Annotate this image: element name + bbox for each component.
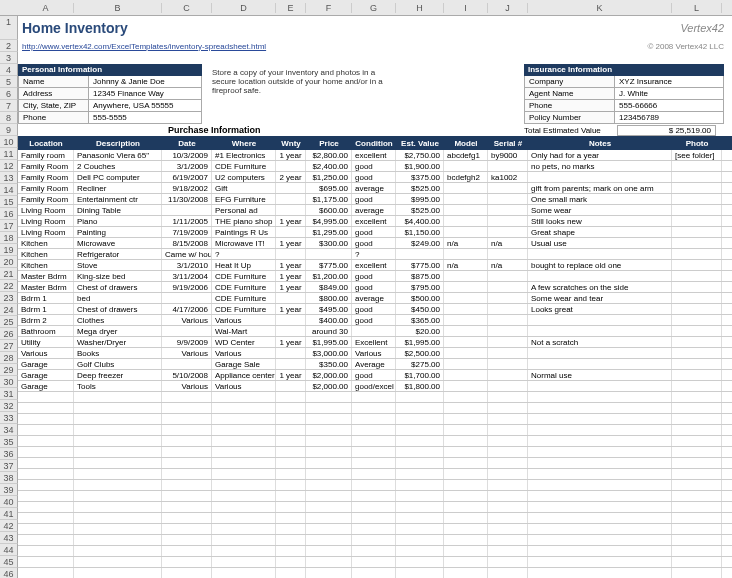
copyright-text: © 2008 Vertex42 LLC [647,42,724,51]
table-row[interactable] [18,491,732,502]
table-row[interactable] [18,557,732,568]
insurance-header: Insurance Information [524,64,724,76]
table-row[interactable]: Family roomPanasonic Viera 65"10/3/2009#… [18,150,732,161]
table-row[interactable]: BathroomMega dryerWal-Martaround 30$20.0… [18,326,732,337]
personal-header: Personal Information [18,64,202,76]
personal-info-block: Personal Information NameJohnny & Janie … [18,64,202,124]
table-row[interactable]: Living RoomDining TablePersonal ad$600.0… [18,205,732,216]
table-row[interactable] [18,524,732,535]
table-row[interactable] [18,403,732,414]
page-title: Home Inventory [18,20,128,36]
table-row[interactable]: Family Room2 Couches3/1/2009CDE Furnitur… [18,161,732,172]
table-row[interactable] [18,414,732,425]
table-row[interactable]: KitchenStove3/1/2010Heat It Up1 year$775… [18,260,732,271]
template-link[interactable]: http://www.vertex42.com/ExcelTemplates/i… [18,42,266,51]
table-row[interactable] [18,480,732,491]
table-row[interactable]: VariousBooksVariousVarious$3,000.00Vario… [18,348,732,359]
table-row[interactable] [18,392,732,403]
table-row[interactable]: GarageDeep freezer5/10/2008Appliance cen… [18,370,732,381]
row-numbers: 1234567891011121314151617181920212223242… [0,16,18,578]
vertex42-logo: Vertex42 [680,22,724,34]
grid-header-row: LocationDescriptionDateWhereWntyPriceCon… [18,136,732,150]
table-row[interactable] [18,458,732,469]
table-row[interactable] [18,502,732,513]
store-note: Store a copy of your inventory and photo… [202,64,402,124]
table-row[interactable]: Bdrm 2ClothesVariousVarious$400.00good$3… [18,315,732,326]
table-row[interactable] [18,469,732,480]
table-row[interactable]: KitchenMicrowave8/15/2008Microwave IT!1 … [18,238,732,249]
table-row[interactable]: KitchenRefrigeratorCame w/ hou?? [18,249,732,260]
table-row[interactable]: Living RoomPiano1/11/2005THE piano shop1… [18,216,732,227]
total-label: Total Estimated Value [524,126,613,135]
table-row[interactable] [18,425,732,436]
table-row[interactable]: GarageToolsVariousVarious$2,000.00good/e… [18,381,732,392]
table-row[interactable]: Master BdrmChest of drawers9/19/2006CDE … [18,282,732,293]
table-row[interactable] [18,568,732,578]
table-row[interactable]: Master BdrmKing-size bed3/11/2004CDE Fur… [18,271,732,282]
table-row[interactable] [18,546,732,557]
table-row[interactable]: Family RoomEntertainment ctr11/30/2008EF… [18,194,732,205]
table-row[interactable]: Bdrm 1Chest of drawers4/17/2006CDE Furni… [18,304,732,315]
table-row[interactable] [18,535,732,546]
table-row[interactable]: Family RoomRecliner9/18/2002Gift$695.00a… [18,183,732,194]
table-row[interactable]: UtilityWasher/Dryer9/9/2009WD Center1 ye… [18,337,732,348]
column-headers: ABCDEFGHIJKL [0,0,732,16]
table-row[interactable]: Family RoomDell PC computer6/19/2007U2 c… [18,172,732,183]
data-grid[interactable]: Family roomPanasonic Viera 65"10/3/2009#… [18,150,732,578]
table-row[interactable] [18,447,732,458]
total-value: $ 25,519.00 [617,125,716,136]
table-row[interactable] [18,513,732,524]
table-row[interactable]: Living RoomPainting7/19/2009Paintings R … [18,227,732,238]
table-row[interactable] [18,436,732,447]
insurance-info-block: Insurance Information CompanyXYZ Insuran… [524,64,724,124]
table-row[interactable]: Bdrm 1bedCDE Furniture$800.00average$500… [18,293,732,304]
table-row[interactable]: GarageGolf ClubsGarage Sale$350.00Averag… [18,359,732,370]
